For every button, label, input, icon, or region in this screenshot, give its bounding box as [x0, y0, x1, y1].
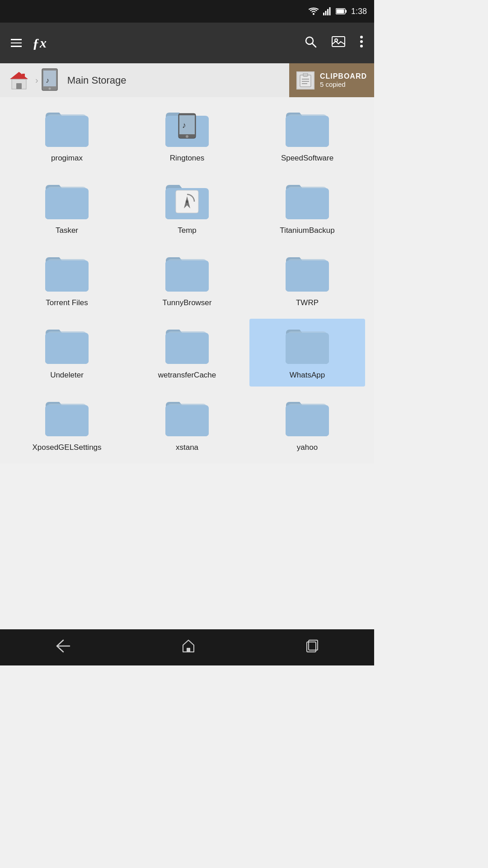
svg-point-35: [186, 200, 188, 203]
folder-item-xstana[interactable]: xstana: [129, 391, 245, 459]
photo-icon[interactable]: [328, 32, 349, 55]
folder-icon-twrp: [282, 253, 332, 293]
folder-label-temp: Temp: [178, 226, 197, 236]
svg-rect-4: [329, 7, 330, 15]
svg-point-22: [48, 87, 51, 90]
svg-rect-3: [327, 9, 328, 15]
svg-marker-15: [10, 72, 28, 79]
folder-item-wetransfercache[interactable]: wetransferCache: [129, 319, 245, 387]
folder-icon-titaniumbackup: [282, 180, 332, 221]
svg-point-31: [186, 135, 188, 138]
svg-point-12: [360, 36, 363, 38]
storage-device-icon: ♪: [41, 68, 58, 93]
svg-rect-7: [336, 9, 344, 14]
breadcrumb-separator: ›: [35, 75, 38, 85]
folder-label-whatsapp: WhatsApp: [290, 370, 325, 380]
clipboard-text: CLIPBOARD 5 copied: [320, 72, 367, 88]
folder-icon-whatsapp: [282, 325, 332, 366]
svg-point-0: [313, 13, 314, 15]
folder-item-temp[interactable]: Temp: [129, 174, 245, 242]
home-button[interactable]: [176, 633, 201, 662]
clipboard-title: CLIPBOARD: [320, 72, 367, 80]
folder-item-undeleter[interactable]: Undeleter: [9, 319, 125, 387]
svg-rect-36: [187, 648, 190, 652]
folder-icon-ringtones: ♪: [162, 108, 212, 149]
svg-text:♪: ♪: [46, 76, 49, 84]
folder-label-undeleter: Undeleter: [50, 370, 84, 380]
bottom-nav: [0, 629, 374, 665]
folder-label-tasker: Tasker: [56, 226, 78, 236]
search-icon[interactable]: [300, 31, 321, 55]
folder-icon-xstana: [162, 397, 212, 438]
folder-item-xposedgelsettings[interactable]: XposedGELSettings: [9, 391, 125, 459]
folder-label-torrentfiles: Torrent Files: [46, 298, 88, 308]
folder-label-xposedgelsettings: XposedGELSettings: [32, 443, 101, 453]
battery-icon: [336, 8, 347, 14]
app-logo: ƒx: [33, 35, 293, 51]
folder-item-twrp[interactable]: TWRP: [249, 246, 365, 314]
home-breadcrumb-button[interactable]: [5, 68, 33, 93]
svg-rect-18: [16, 83, 22, 89]
folder-label-wetransfercache: wetransferCache: [158, 370, 216, 380]
status-bar: 1:38: [0, 0, 374, 23]
folder-label-yahoo: yahoo: [297, 443, 318, 453]
folder-item-torrentfiles[interactable]: Torrent Files: [9, 246, 125, 314]
folder-label-tunnybrowser: TunnyBrowser: [163, 298, 212, 308]
wifi-icon: [309, 7, 319, 15]
more-icon[interactable]: [356, 32, 367, 55]
svg-rect-2: [325, 11, 326, 15]
folder-item-titaniumbackup[interactable]: TitaniumBackup: [249, 174, 365, 242]
toolbar: ƒx: [0, 23, 374, 63]
folder-icon-yahoo: [282, 397, 332, 438]
folder-label-titaniumbackup: TitaniumBackup: [280, 226, 334, 236]
menu-icon[interactable]: [7, 35, 25, 51]
folder-item-ringtones[interactable]: ♪ Ringtones: [129, 102, 245, 170]
back-button[interactable]: [50, 634, 77, 661]
svg-point-13: [360, 40, 363, 43]
folder-label-twrp: TWRP: [296, 298, 319, 308]
svg-rect-23: [300, 75, 311, 87]
folder-icon-undeleter: [42, 325, 92, 366]
folder-label-xstana: xstana: [176, 443, 198, 453]
folder-icon-torrentfiles: [42, 253, 92, 293]
svg-rect-10: [332, 37, 345, 47]
file-grid: progimax ♪ Ringtones SpeedSoftware: [0, 97, 374, 463]
svg-text:♪: ♪: [182, 121, 186, 130]
breadcrumb-bar: › ♪ Main Storage CLIPBOARD 5 copied: [0, 63, 374, 97]
svg-rect-24: [303, 73, 308, 76]
folder-icon-xposedgelsettings: [42, 397, 92, 438]
folder-icon-tasker: [42, 180, 92, 221]
folder-icon-speedsoftware: [282, 108, 332, 149]
folder-label-ringtones: Ringtones: [170, 153, 205, 163]
folder-icon-tunnybrowser: [162, 253, 212, 293]
folder-item-tunnybrowser[interactable]: TunnyBrowser: [129, 246, 245, 314]
svg-point-14: [360, 45, 363, 47]
signal-icon: [323, 7, 331, 15]
clipboard-count: 5 copied: [320, 80, 367, 88]
svg-rect-6: [345, 10, 347, 13]
folder-icon-wetransfercache: [162, 325, 212, 366]
time-display: 1:38: [351, 7, 367, 16]
folder-item-whatsapp[interactable]: WhatsApp: [249, 319, 365, 387]
folder-item-progimax[interactable]: progimax: [9, 102, 125, 170]
svg-rect-1: [323, 13, 324, 15]
folder-item-speedsoftware[interactable]: SpeedSoftware: [249, 102, 365, 170]
folder-label-speedsoftware: SpeedSoftware: [281, 153, 333, 163]
folder-icon-progimax: [42, 108, 92, 149]
folder-label-progimax: progimax: [51, 153, 83, 163]
clipboard-badge[interactable]: CLIPBOARD 5 copied: [289, 63, 374, 97]
storage-label: Main Storage: [67, 75, 127, 86]
folder-item-yahoo[interactable]: yahoo: [249, 391, 365, 459]
svg-line-9: [312, 43, 316, 47]
folder-item-tasker[interactable]: Tasker: [9, 174, 125, 242]
recent-apps-button[interactable]: [300, 634, 324, 661]
svg-rect-16: [22, 74, 25, 78]
clipboard-icon: [296, 71, 314, 90]
folder-icon-temp: [162, 180, 212, 221]
